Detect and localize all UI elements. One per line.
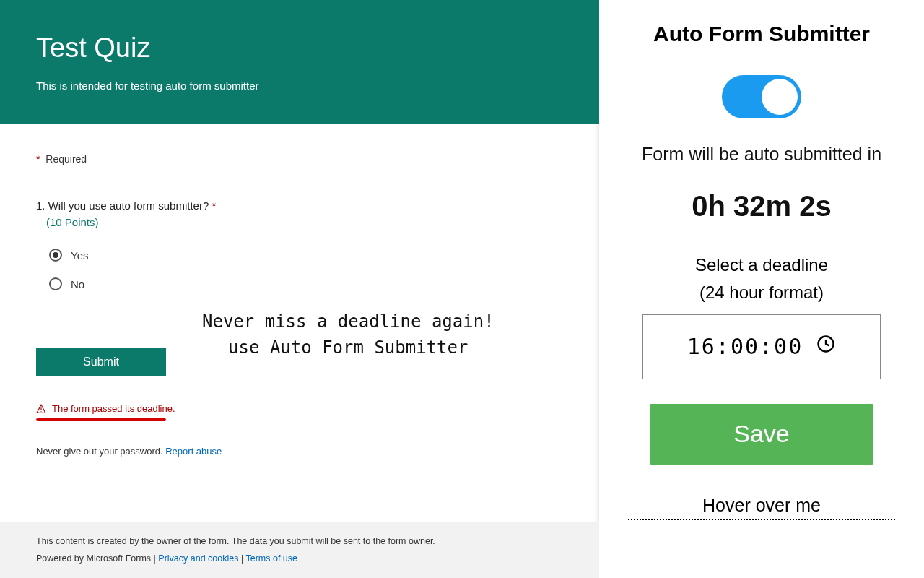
deadline-label: Select a deadline [695, 251, 828, 279]
radio-group: Yes No [36, 249, 563, 290]
radio-icon [49, 277, 62, 290]
report-abuse-link[interactable]: Report abuse [165, 446, 222, 457]
password-warning: Never give out your password. Report abu… [36, 446, 563, 457]
password-warning-text: Never give out your password. [36, 446, 163, 457]
save-button[interactable]: Save [650, 404, 873, 465]
promo-line1: Never miss a deadline again! [202, 309, 494, 335]
form-description: This is intended for testing auto form s… [36, 79, 563, 92]
form-header: Test Quiz This is intended for testing a… [0, 0, 599, 124]
countdown-timer: 0h 32m 2s [692, 190, 831, 223]
radio-option-yes[interactable]: Yes [36, 249, 563, 262]
form-body: * Required 1. Will you use auto form sub… [0, 124, 599, 522]
promo-line2: use Auto Form Submitter [202, 335, 494, 361]
warning-icon [36, 404, 46, 414]
extension-panel: Auto Form Submitter Form will be auto su… [599, 0, 924, 578]
radio-label: No [71, 278, 84, 290]
form-panel: Test Quiz This is intended for testing a… [0, 0, 599, 578]
question-text-row: 1. Will you use auto form submitter? * [36, 199, 563, 212]
submit-button[interactable]: Submit [36, 348, 166, 376]
form-title: Test Quiz [36, 33, 563, 64]
clock-icon[interactable] [816, 334, 836, 359]
panel-title: Auto Form Submitter [653, 22, 870, 46]
question-text: Will you use auto form submitter? [48, 199, 209, 212]
question-required-star: * [212, 199, 216, 212]
footer-powered-row: Powered by Microsoft Forms | Privacy and… [36, 553, 563, 564]
error-message: The form passed its deadline. [36, 403, 563, 414]
promo-text: Never miss a deadline again! use Auto Fo… [202, 309, 494, 361]
required-text: Required [45, 153, 87, 165]
deadline-format: (24 hour format) [695, 279, 828, 306]
error-text: The form passed its deadline. [52, 403, 175, 414]
error-underline [36, 418, 166, 421]
question-points: (10 Points) [46, 216, 563, 228]
auto-submit-message: Form will be auto submitted in [642, 144, 881, 165]
required-star: * [36, 153, 40, 165]
terms-link[interactable]: Terms of use [245, 553, 297, 564]
footer-disclaimer: This content is created by the owner of … [36, 536, 563, 546]
radio-icon [49, 249, 62, 262]
footer: This content is created by the owner of … [0, 522, 599, 578]
privacy-link[interactable]: Privacy and cookies [158, 553, 238, 564]
deadline-label-block: Select a deadline (24 hour format) [695, 251, 828, 307]
footer-powered: Powered by Microsoft Forms [36, 553, 151, 564]
radio-option-no[interactable]: No [36, 277, 563, 290]
toggle-knob [762, 79, 798, 115]
enable-toggle[interactable] [722, 75, 801, 118]
time-value: 16:00:00 [687, 334, 803, 359]
radio-label: Yes [71, 249, 88, 262]
time-input[interactable]: 16:00:00 [642, 314, 881, 379]
svg-point-1 [40, 410, 41, 411]
hover-hint[interactable]: Hover over me [628, 495, 895, 520]
question-number: 1. [36, 199, 45, 212]
required-label: * Required [36, 153, 563, 165]
